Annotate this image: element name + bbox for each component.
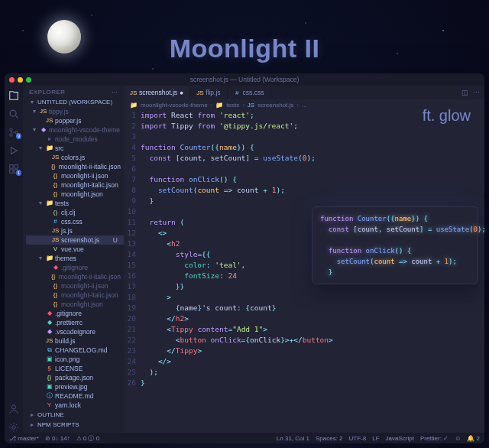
sidebar-header: EXPLORER xyxy=(29,89,66,96)
cursor-status[interactable]: Ln 31, Col 1 xyxy=(277,435,309,442)
search-icon[interactable] xyxy=(8,109,19,119)
debug-icon[interactable] xyxy=(8,145,19,156)
tree-item[interactable]: {}moonlight-italic.json xyxy=(26,291,124,300)
svg-rect-4 xyxy=(10,165,13,168)
sidebar-npm[interactable]: ▸NPM SCRIPTS xyxy=(23,420,124,430)
tree-item[interactable]: Vvue.vue xyxy=(26,245,124,254)
eol-status[interactable]: LF xyxy=(372,435,379,442)
lang-status[interactable]: JavaScript xyxy=(386,435,414,442)
account-icon[interactable] xyxy=(8,404,19,414)
window-title: screenshot.js — Untitled (Workspace) xyxy=(5,76,484,83)
svg-point-0 xyxy=(10,110,16,116)
tree-item[interactable]: {}moonlight-ii.json xyxy=(26,171,124,180)
hero-title: Moonlight II xyxy=(0,34,489,63)
tree-item[interactable]: ()clj.clj xyxy=(26,208,124,217)
sync-status[interactable]: ⊘ 0↓ 14↑ xyxy=(45,435,70,442)
tree-item[interactable]: #css.css xyxy=(26,217,124,226)
more-icon[interactable]: ⋯ xyxy=(473,89,480,96)
tab-bar: JSscreenshot.js●JSflip.js#css.css◫⋯ xyxy=(124,86,484,99)
branch-status[interactable]: ⎇ master* xyxy=(9,435,39,442)
tree-item[interactable]: ⓘREADME.md xyxy=(26,391,124,401)
tree-item[interactable]: ◆.vscodeignore xyxy=(26,327,124,336)
tree-item[interactable]: ▾📁src xyxy=(26,144,124,153)
tree-item[interactable]: ◆.gitignore xyxy=(26,309,124,318)
tree-item[interactable]: {}moonlight.json xyxy=(26,300,124,309)
tab[interactable]: JSscreenshot.js● xyxy=(124,86,190,99)
more-icon[interactable]: ⋯ xyxy=(112,89,118,96)
tree-item[interactable]: {}moonlight-ii-italic.json xyxy=(26,162,124,171)
tree-item[interactable]: ▾📁themes xyxy=(26,254,124,263)
gear-icon[interactable] xyxy=(8,422,19,433)
spaces-status[interactable]: Spaces: 2 xyxy=(316,435,343,442)
tab[interactable]: JSflip.js xyxy=(190,86,227,99)
tree-item[interactable]: ◆.prettierrc xyxy=(26,318,124,327)
sidebar-outline[interactable]: ▸OUTLINE xyxy=(23,410,124,420)
tree-item[interactable]: ◆.gitignore xyxy=(26,263,124,272)
tree-item[interactable]: JSjs.js xyxy=(26,226,124,235)
ext-badge: 1 xyxy=(16,170,21,176)
sidebar-workspace[interactable]: ▾UNTITLED (WORKSPACE) xyxy=(23,97,124,107)
tree-item[interactable]: JScolors.js xyxy=(26,153,124,162)
bell-icon[interactable]: 🔔 2 xyxy=(467,435,480,442)
tree-item[interactable]: JSbuild.js xyxy=(26,336,124,346)
svg-point-8 xyxy=(11,405,15,409)
svg-point-2 xyxy=(10,134,13,137)
tree-item[interactable]: {}moonlight-italic.json xyxy=(26,180,124,190)
line-gutter: 1234567891011121314151617181920212223242… xyxy=(124,110,141,433)
tree-item[interactable]: ▣preview.jpg xyxy=(26,382,124,391)
activity-bar: 9 1 xyxy=(5,86,23,433)
tree-item[interactable]: Yyarn.lock xyxy=(26,401,124,410)
tree-item[interactable]: {}package.json xyxy=(26,373,124,382)
glow-label: ft. glow xyxy=(423,107,471,125)
tab[interactable]: #css.css xyxy=(228,86,271,99)
tree-item[interactable]: ▸node_modules xyxy=(26,135,124,144)
tree-item[interactable]: §LICENSE xyxy=(26,364,124,373)
tree-item[interactable]: {}moonlight-ii.json xyxy=(26,281,124,291)
tree-item[interactable]: ⧉CHANGELOG.md xyxy=(26,346,124,355)
svg-point-1 xyxy=(10,128,13,131)
explorer-icon[interactable] xyxy=(8,90,19,101)
tree-item[interactable]: ▾📁tests xyxy=(26,199,124,208)
svg-rect-5 xyxy=(15,165,18,168)
svg-point-9 xyxy=(12,426,15,429)
tree-item[interactable]: ▾◆moonlight-vscode-theme xyxy=(26,125,124,135)
tree-item[interactable]: ▾JStippy.js xyxy=(26,107,124,116)
tree-item[interactable]: JSpopper.js xyxy=(26,116,124,125)
status-bar: ⎇ master* ⊘ 0↓ 14↑ ⚠ 0 ⓘ 0 Ln 31, Col 1 … xyxy=(5,433,484,443)
window-titlebar: screenshot.js — Untitled (Workspace) xyxy=(5,73,484,86)
problems-status[interactable]: ⚠ 0 ⓘ 0 xyxy=(76,434,100,443)
sidebar: EXPLORER⋯ ▾UNTITLED (WORKSPACE) ▾JStippy… xyxy=(23,86,124,433)
split-icon[interactable]: ◫ xyxy=(461,89,468,96)
scm-badge: 9 xyxy=(16,133,21,139)
file-tree: ▾JStippy.jsJSpopper.js▾◆moonlight-vscode… xyxy=(23,107,124,410)
encoding-status[interactable]: UTF-8 xyxy=(349,435,367,442)
glow-callout: function Counter({name}) { const [count,… xyxy=(312,206,478,284)
tree-item[interactable]: {}moonlight.json xyxy=(26,190,124,199)
tree-item[interactable]: JSscreenshot.jsU xyxy=(26,235,124,245)
tree-item[interactable]: {}moonlight-ii-italic.json xyxy=(26,272,124,281)
prettier-status[interactable]: Prettier: ✓ xyxy=(420,435,449,442)
tree-item[interactable]: ▣icon.png xyxy=(26,355,124,364)
svg-rect-6 xyxy=(10,170,13,173)
extensions-icon[interactable]: 1 xyxy=(8,164,19,174)
feedback-icon[interactable]: ☺ xyxy=(455,435,461,442)
scm-icon[interactable]: 9 xyxy=(8,127,19,138)
